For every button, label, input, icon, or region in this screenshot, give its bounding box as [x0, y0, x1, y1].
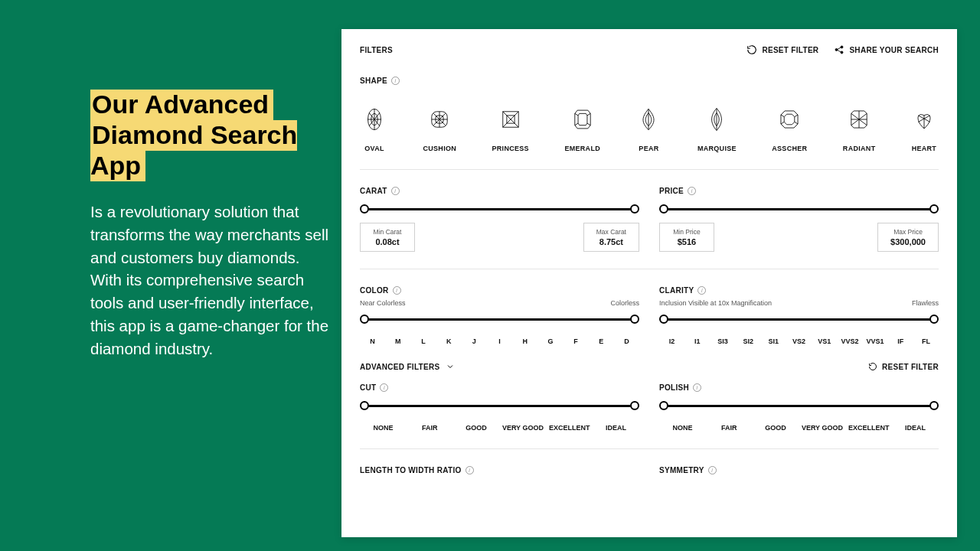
filters-heading: FILTERS — [360, 46, 393, 54]
shape-oval[interactable]: OVAL — [361, 106, 387, 152]
cut-slider[interactable] — [360, 401, 639, 410]
reset-icon — [868, 362, 877, 371]
shape-label: SHAPE i — [360, 77, 939, 85]
carat-slider[interactable] — [360, 204, 639, 214]
promo-hl-2: Diamond Search App — [90, 120, 297, 181]
slider-handle-max[interactable] — [929, 401, 939, 410]
shape-asscher[interactable]: ASSCHER — [772, 106, 807, 152]
clarity-section: CLARITYi Inclusion Visible at 10x Magnif… — [659, 286, 939, 345]
share-search-button[interactable]: SHARE YOUR SEARCH — [834, 44, 939, 55]
info-icon[interactable]: i — [693, 383, 701, 392]
svg-line-27 — [781, 115, 784, 117]
filter-panel: FILTERS RESET FILTER SHARE YOUR SEARCH S… — [341, 29, 957, 537]
advanced-filters-toggle[interactable]: ADVANCED FILTERS — [360, 362, 455, 371]
slider-handle-min[interactable] — [360, 204, 369, 214]
slider-handle-max[interactable] — [630, 204, 639, 214]
clarity-slider[interactable] — [659, 315, 939, 324]
svg-line-23 — [574, 123, 577, 126]
slider-handle-max[interactable] — [630, 315, 639, 324]
slider-handle-max[interactable] — [929, 315, 939, 324]
cut-section: CUTi NONEFAIRGOODVERY GOODEXCELLENTIDEAL — [360, 383, 639, 432]
lwr-sym-row: LENGTH TO WIDTH RATIOi SYMMETRYi — [360, 466, 939, 474]
shape-pear[interactable]: PEAR — [635, 106, 662, 152]
symmetry-section: SYMMETRYi — [659, 466, 939, 474]
reset-label: RESET FILTER — [762, 46, 818, 54]
info-icon[interactable]: i — [697, 286, 706, 295]
share-label: SHARE YOUR SEARCH — [849, 46, 939, 54]
cut-polish-row: CUTi NONEFAIRGOODVERY GOODEXCELLENTIDEAL… — [360, 383, 939, 432]
price-min-input[interactable]: Min Price $516 — [659, 223, 714, 252]
shape-radiant[interactable]: RADIANT — [843, 106, 876, 152]
reset-filter-button[interactable]: RESET FILTER — [746, 44, 818, 55]
svg-line-22 — [587, 113, 590, 116]
cut-ticks: NONEFAIRGOODVERY GOODEXCELLENTIDEAL — [360, 424, 639, 432]
slider-handle-max[interactable] — [630, 401, 639, 410]
carat-section: CARATi Min Carat 0.08ct Max Carat 8.75ct — [360, 187, 639, 252]
info-icon[interactable]: i — [380, 383, 388, 392]
carat-max-input[interactable]: Max Carat 8.75ct — [583, 223, 639, 252]
slider-handle-min[interactable] — [659, 401, 668, 410]
info-icon[interactable]: i — [466, 466, 474, 474]
clarity-ticks: I2I1SI3SI2SI1VS2VS1VVS2VVS1IFFL — [659, 337, 939, 345]
svg-point-4 — [841, 51, 843, 54]
shape-grid: OVAL CUSHION PRINCESS EMERALD PEAR — [360, 106, 939, 152]
polish-slider[interactable] — [659, 401, 939, 410]
chevron-down-icon — [446, 362, 455, 371]
slider-handle-min[interactable] — [659, 315, 668, 324]
reset-filter-button-advanced[interactable]: RESET FILTER — [868, 362, 939, 371]
svg-point-2 — [835, 49, 838, 51]
shape-marquise[interactable]: MARQUISE — [697, 106, 737, 152]
shape-section: SHAPE i OVAL CUSHION PRINCESS EMERALD — [360, 77, 939, 152]
polish-section: POLISHi NONEFAIRGOODVERY GOODEXCELLENTID… — [659, 383, 939, 432]
color-clarity-row: COLORi Near Colorless Colorless NMLKJIHG… — [360, 286, 939, 345]
panel-topbar: FILTERS RESET FILTER SHARE YOUR SEARCH — [360, 44, 939, 55]
lwr-section: LENGTH TO WIDTH RATIOi — [360, 466, 639, 474]
promo-block: Our Advanced Diamond Search App Is a rev… — [90, 89, 343, 360]
carat-min-input[interactable]: Min Carat 0.08ct — [360, 223, 415, 252]
advanced-filters-bar: ADVANCED FILTERS RESET FILTER — [360, 362, 939, 371]
share-icon — [834, 44, 844, 55]
info-icon[interactable]: i — [393, 286, 401, 295]
color-ticks: NMLKJIHGFED — [360, 337, 639, 345]
price-slider[interactable] — [659, 204, 939, 214]
color-section: COLORi Near Colorless Colorless NMLKJIHG… — [360, 286, 639, 345]
shape-cushion[interactable]: CUSHION — [423, 106, 456, 152]
shape-emerald[interactable]: EMERALD — [564, 106, 600, 152]
promo-body: Is a revolutionary solution that transfo… — [90, 201, 343, 360]
slider-handle-min[interactable] — [360, 315, 369, 324]
svg-line-28 — [795, 115, 798, 117]
info-icon[interactable]: i — [391, 187, 400, 195]
svg-line-29 — [781, 122, 784, 124]
promo-hl-1: Our Advanced — [90, 90, 273, 120]
slider-handle-min[interactable] — [659, 204, 668, 214]
svg-point-3 — [841, 46, 843, 48]
polish-ticks: NONEFAIRGOODVERY GOODEXCELLENTIDEAL — [659, 424, 939, 432]
price-section: PRICEi Min Price $516 Max Price $300,000 — [659, 187, 939, 252]
svg-line-21 — [574, 113, 577, 116]
info-icon[interactable]: i — [391, 77, 400, 85]
slider-handle-max[interactable] — [929, 204, 939, 214]
svg-line-30 — [795, 122, 798, 124]
shape-heart[interactable]: HEART — [911, 106, 937, 152]
color-slider[interactable] — [360, 315, 639, 324]
reset-icon — [746, 44, 757, 55]
carat-price-row: CARATi Min Carat 0.08ct Max Carat 8.75ct… — [360, 187, 939, 252]
slider-handle-min[interactable] — [360, 401, 369, 410]
price-max-input[interactable]: Max Price $300,000 — [877, 223, 939, 252]
info-icon[interactable]: i — [688, 187, 696, 195]
promo-title: Our Advanced Diamond Search App — [90, 89, 343, 181]
info-icon[interactable]: i — [708, 466, 717, 474]
svg-line-24 — [587, 123, 590, 126]
shape-princess[interactable]: PRINCESS — [492, 106, 529, 152]
